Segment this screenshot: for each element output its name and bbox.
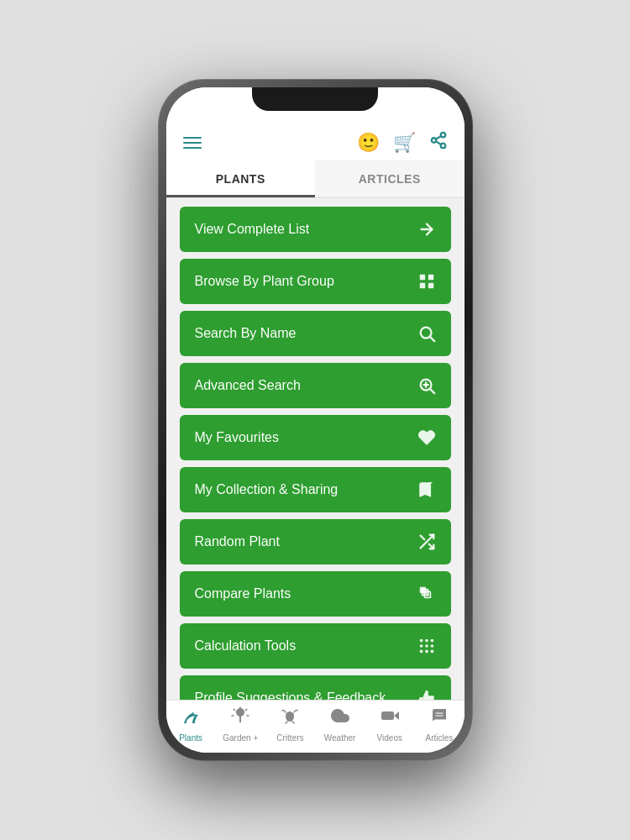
- svg-line-13: [430, 389, 434, 393]
- svg-line-11: [430, 337, 434, 341]
- compare-plants-button[interactable]: Compare Plants: [180, 571, 451, 617]
- bookmark-icon: [417, 480, 436, 499]
- layers-icon: [417, 585, 436, 603]
- svg-rect-6: [419, 275, 424, 280]
- tab-plants[interactable]: PLANTS: [166, 160, 316, 197]
- critters-nav-label: Critters: [276, 733, 303, 743]
- random-plant-button[interactable]: Random Plant: [180, 519, 451, 564]
- svg-point-23: [425, 639, 428, 643]
- grid9-icon: [417, 637, 436, 655]
- nav-item-garden[interactable]: Garden +: [216, 706, 265, 743]
- browse-by-plant-group-button[interactable]: Browse By Plant Group: [180, 259, 451, 304]
- profile-suggestions-feedback-button[interactable]: Profile Suggestions & Feedback: [180, 675, 451, 700]
- emoji-icon[interactable]: 🙂: [357, 132, 380, 154]
- header: 🙂 🛒: [166, 124, 465, 160]
- hamburger-menu[interactable]: [183, 137, 202, 149]
- svg-point-29: [425, 650, 428, 654]
- articles-nav-label: Articles: [426, 733, 454, 743]
- plants-nav-label: Plants: [179, 733, 202, 743]
- garden-nav-label: Garden +: [223, 733, 258, 743]
- tab-articles[interactable]: ARTICLES: [315, 160, 465, 197]
- my-collection-sharing-label: My Collection & Sharing: [195, 482, 339, 497]
- thumbsup-icon: [417, 689, 436, 700]
- articles-nav-icon: [429, 706, 449, 731]
- header-right: 🙂 🛒: [357, 131, 448, 154]
- videos-nav-icon: [380, 706, 400, 731]
- svg-point-28: [419, 650, 423, 654]
- header-left: [183, 137, 202, 149]
- profile-suggestions-feedback-label: Profile Suggestions & Feedback: [195, 690, 386, 700]
- advanced-search-label: Advanced Search: [195, 378, 301, 393]
- weather-nav-label: Weather: [324, 733, 356, 743]
- svg-marker-35: [394, 711, 399, 720]
- calculation-tools-button[interactable]: Calculation Tools: [180, 623, 451, 669]
- browse-by-plant-group-label: Browse By Plant Group: [195, 274, 334, 289]
- svg-point-24: [430, 639, 433, 643]
- hamburger-line-3: [183, 147, 202, 149]
- hamburger-line-2: [183, 142, 202, 144]
- svg-point-32: [286, 713, 289, 716]
- svg-rect-21: [424, 591, 430, 597]
- view-complete-list-label: View Complete List: [195, 222, 310, 237]
- heart-icon: [417, 428, 436, 447]
- videos-nav-label: Videos: [377, 733, 402, 743]
- garden-nav-icon: [230, 706, 250, 731]
- bottom-nav: Plants Garden +: [166, 700, 465, 753]
- nav-item-articles[interactable]: Articles: [414, 706, 464, 743]
- my-favourites-label: My Favourites: [195, 430, 279, 445]
- search-icon: [417, 324, 436, 343]
- svg-point-26: [425, 644, 428, 648]
- notch: [252, 87, 378, 111]
- weather-nav-icon: [330, 706, 350, 731]
- svg-point-27: [430, 644, 433, 648]
- svg-rect-34: [381, 711, 394, 720]
- shuffle-icon: [417, 533, 436, 551]
- random-plant-label: Random Plant: [195, 534, 280, 549]
- main-content: View Complete List Browse By Plant Group: [166, 198, 465, 700]
- svg-rect-9: [428, 283, 433, 288]
- grid-icon: [417, 272, 436, 291]
- nav-item-plants[interactable]: Plants: [166, 706, 216, 743]
- nav-item-videos[interactable]: Videos: [365, 706, 414, 743]
- svg-point-30: [430, 650, 433, 654]
- svg-line-18: [420, 536, 424, 540]
- svg-rect-7: [428, 275, 433, 280]
- hamburger-line-1: [183, 137, 202, 139]
- my-collection-sharing-button[interactable]: My Collection & Sharing: [180, 467, 451, 512]
- search-by-name-button[interactable]: Search By Name: [180, 311, 451, 356]
- svg-point-25: [419, 644, 423, 648]
- nav-item-critters[interactable]: Critters: [265, 706, 315, 743]
- compare-plants-label: Compare Plants: [195, 586, 291, 601]
- arrow-right-icon: [417, 220, 436, 239]
- critters-nav-icon: [280, 706, 300, 731]
- share-icon[interactable]: [429, 131, 448, 154]
- phone-screen: 🙂 🛒 PLANTS ARTICLES View Complete List: [166, 87, 465, 753]
- svg-point-22: [419, 639, 423, 643]
- advanced-search-button[interactable]: Advanced Search: [180, 363, 451, 408]
- tabs-bar: PLANTS ARTICLES: [166, 160, 465, 198]
- view-complete-list-button[interactable]: View Complete List: [180, 207, 451, 252]
- my-favourites-button[interactable]: My Favourites: [180, 415, 451, 460]
- nav-item-weather[interactable]: Weather: [315, 706, 365, 743]
- cart-icon[interactable]: 🛒: [393, 132, 416, 154]
- svg-rect-8: [419, 283, 424, 288]
- svg-line-3: [435, 141, 440, 144]
- svg-point-33: [291, 713, 294, 716]
- calculation-tools-label: Calculation Tools: [195, 638, 297, 654]
- svg-line-4: [435, 136, 440, 139]
- advanced-search-icon: [417, 376, 436, 395]
- phone-frame: 🙂 🛒 PLANTS ARTICLES View Complete List: [158, 79, 473, 761]
- search-by-name-label: Search By Name: [195, 326, 297, 341]
- plants-nav-icon: [181, 706, 201, 731]
